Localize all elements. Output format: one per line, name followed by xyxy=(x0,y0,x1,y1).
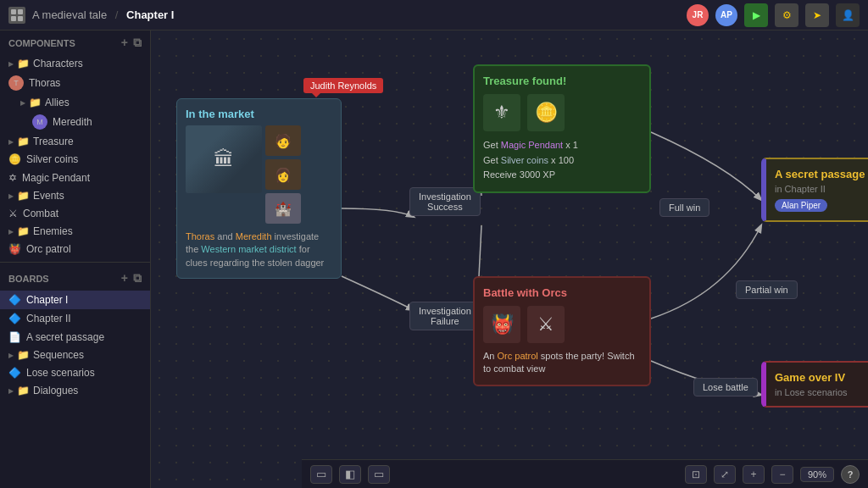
meredith-thumb: 👩 xyxy=(265,159,301,190)
sidebar-item-thoras[interactable]: T Thoras xyxy=(0,72,150,94)
copy-component-button[interactable]: ⧉ xyxy=(133,36,142,50)
sidebar-board-lose-scenarios[interactable]: 🔷 Lose scenarios xyxy=(0,363,150,382)
copy-board-button[interactable]: ⧉ xyxy=(133,271,142,286)
desc-thoras: Thoras xyxy=(186,231,214,241)
sidebar-board-dialogues[interactable]: ▶ 📁 Dialogues xyxy=(0,382,150,399)
connector-full-win: Full win xyxy=(659,198,709,217)
boards-label: BOARDS xyxy=(8,274,49,284)
alan-piper-tag: Alan Piper xyxy=(775,199,827,212)
desc-meredith: Meredith xyxy=(236,231,272,241)
node-battle-title: Battle with Orcs xyxy=(483,286,641,299)
boards-header: BOARDS + ⧉ xyxy=(0,266,150,291)
zoom-level: 90% xyxy=(800,467,834,482)
node-secret-title: A secret passage xyxy=(775,168,868,180)
coins-icon-box: 🪙 xyxy=(527,94,565,131)
send-button[interactable]: ➤ xyxy=(805,3,829,27)
profile-button[interactable]: 👤 xyxy=(836,3,860,27)
canvas[interactable]: Judith Reynolds In the market 🏛 🧑 👩 🏰 Th… xyxy=(151,30,868,488)
add-board-button[interactable]: + xyxy=(121,271,128,286)
sidebar-board-sequences[interactable]: ▶ 📁 Sequences xyxy=(0,347,150,363)
topbar: A medieval tale / Chapter I JR AP ▶ ⚙ ➤ … xyxy=(0,0,868,30)
sidebar-item-allies[interactable]: ▶ 📁 Allies xyxy=(0,94,150,111)
thoras-thumb: 🧑 xyxy=(265,125,301,156)
breadcrumb-sep: / xyxy=(115,8,119,21)
sidebar-item-treasure[interactable]: ▶ 📁 Treasure xyxy=(0,133,150,150)
node-treasure[interactable]: Treasure found! ⚜ 🪙 Get Magic Pendant x … xyxy=(473,64,651,193)
bottombar: ▭ ◧ ▭ ⊡ ⤢ + − 90% ? xyxy=(302,459,868,488)
node-battle[interactable]: Battle with Orcs 👹 ⚔ An Orc patrol spots… xyxy=(473,276,651,386)
market-scene-bg: 🏛 xyxy=(186,125,262,193)
toolbar-icon1-button[interactable]: ▭ xyxy=(310,465,332,484)
market-scene-image: 🏛 xyxy=(186,125,262,193)
sidebar-item-silver-coins[interactable]: 🪙 Silver coins xyxy=(0,150,150,169)
node-game-over[interactable]: Game over IV in Lose scenarios xyxy=(761,361,868,408)
treasure-item-icons: ⚜ 🪙 xyxy=(483,94,641,131)
treasure-desc: Get Magic Pendant x 1 Get Silver coins x… xyxy=(483,138,641,183)
node-gameover-subtitle: in Lose scenarios xyxy=(775,387,868,397)
sidebar-board-secret-passage[interactable]: 📄 A secret passage xyxy=(0,328,150,347)
sidebar-board-chapter1[interactable]: 🔷 Chapter I xyxy=(0,291,150,309)
toolbar-icon3-button[interactable]: ▭ xyxy=(368,465,390,484)
app-icon xyxy=(8,7,25,24)
breadcrumb-current: Chapter I xyxy=(126,8,174,21)
battle-item-icons: 👹 ⚔ xyxy=(483,306,641,343)
node-gameover-title: Game over IV xyxy=(775,371,868,384)
play-button[interactable]: ▶ xyxy=(744,3,768,27)
components-header: COMPONENTS + ⧉ xyxy=(0,30,150,55)
node-secret-passage[interactable]: A secret passage in Chapter II Alan Pipe… xyxy=(761,158,868,222)
silver-label: Silver coins xyxy=(501,155,548,165)
avatar-jr[interactable]: JR xyxy=(687,4,709,26)
help-button[interactable]: ? xyxy=(841,465,860,484)
add-component-button[interactable]: + xyxy=(121,36,128,50)
pendant-label: Magic Pendant xyxy=(501,140,563,150)
sidebar-board-chapter2[interactable]: 🔷 Chapter II xyxy=(0,309,150,328)
components-label: COMPONENTS xyxy=(8,38,75,48)
expand-button[interactable]: ⤢ xyxy=(714,465,736,484)
node-market-title: In the market xyxy=(186,108,332,120)
fit-view-button[interactable]: ⊡ xyxy=(685,465,707,484)
avatar-ap[interactable]: AP xyxy=(715,4,737,26)
main-layout: COMPONENTS + ⧉ ▶ 📁 Characters T Thoras ▶… xyxy=(0,30,868,488)
toolbar-icon2-button[interactable]: ◧ xyxy=(339,465,361,484)
node-market-images: 🏛 🧑 👩 🏰 xyxy=(186,125,332,224)
breadcrumb: A medieval tale / Chapter I xyxy=(32,8,174,21)
connector-inv-failure: InvestigationFailure xyxy=(409,302,481,330)
node-market-desc: Thoras and Meredith investigate the West… xyxy=(186,230,332,269)
sidebar-scroll: ▶ 📁 Characters T Thoras ▶ 📁 Allies M Mer… xyxy=(0,55,150,488)
sidebar: COMPONENTS + ⧉ ▶ 📁 Characters T Thoras ▶… xyxy=(0,30,151,488)
sidebar-item-characters[interactable]: ▶ 📁 Characters xyxy=(0,55,150,72)
orc-icon-box: 👹 xyxy=(483,306,520,343)
judith-tag[interactable]: Judith Reynolds xyxy=(303,78,383,93)
zoom-in-button[interactable]: + xyxy=(743,465,765,484)
desc-and: and xyxy=(217,231,232,241)
connector-inv-success: InvestigationSuccess xyxy=(409,187,481,216)
sidebar-item-events[interactable]: ▶ 📁 Events xyxy=(0,187,150,204)
battle-desc: An Orc patrol spots the party! Switch to… xyxy=(483,350,641,376)
sidebar-item-combat[interactable]: ⚔ Combat xyxy=(0,204,150,223)
desc-location: Western market district xyxy=(201,244,296,254)
node-secret-subtitle: in Chapter II xyxy=(775,184,868,194)
settings-button[interactable]: ⚙ xyxy=(775,3,798,27)
pendant-icon-box: ⚜ xyxy=(483,94,520,131)
breadcrumb-parent[interactable]: A medieval tale xyxy=(32,8,107,21)
sidebar-item-orc-patrol[interactable]: 👹 Orc patrol xyxy=(0,240,150,258)
sword-icon-box: ⚔ xyxy=(527,306,565,343)
sidebar-item-magic-pendant[interactable]: ✡ Magic Pendant xyxy=(0,169,150,187)
orc-patrol-label: Orc patrol xyxy=(498,351,538,361)
zoom-out-button[interactable]: − xyxy=(771,465,793,484)
market-char-thumbs: 🧑 👩 🏰 xyxy=(265,125,301,224)
sidebar-item-enemies[interactable]: ▶ 📁 Enemies xyxy=(0,223,150,240)
connector-lose-battle: Lose battle xyxy=(693,378,758,396)
node-market[interactable]: In the market 🏛 🧑 👩 🏰 Thoras and Meredit… xyxy=(176,98,342,279)
sidebar-item-meredith[interactable]: M Meredith xyxy=(0,111,150,133)
castle-thumb: 🏰 xyxy=(265,193,301,224)
node-treasure-title: Treasure found! xyxy=(483,75,641,87)
connector-partial-win: Partial win xyxy=(736,280,798,299)
